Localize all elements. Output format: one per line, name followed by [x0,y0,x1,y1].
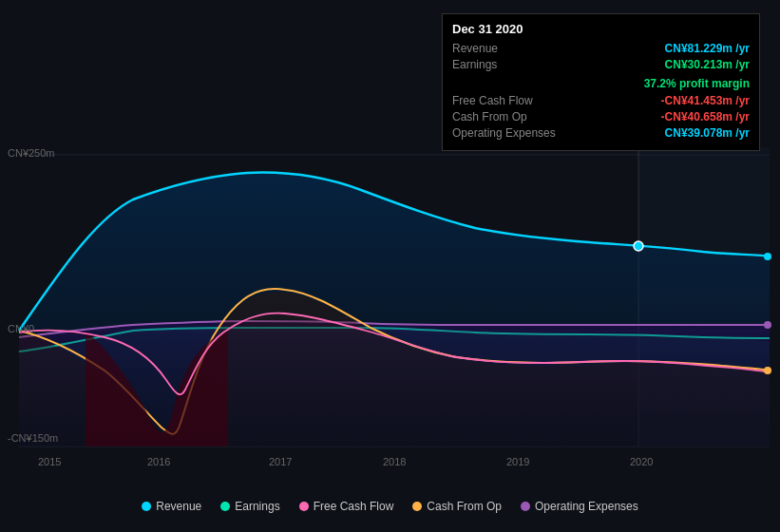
chart-legend: Revenue Earnings Free Cash Flow Cash Fro… [0,492,780,521]
legend-dot-earnings [220,502,230,511]
tooltip-box: Dec 31 2020 Revenue CN¥81.229m /yr Earni… [442,13,760,151]
tooltip-opex-row: Operating Expenses CN¥39.078m /yr [452,126,750,140]
legend-dot-fcf [299,502,309,511]
legend-item-fcf[interactable]: Free Cash Flow [299,500,394,513]
tooltip-date: Dec 31 2020 [452,22,750,36]
y-label-top: CN¥250m [8,147,55,159]
legend-label-earnings: Earnings [235,500,279,513]
tooltip-revenue-row: Revenue CN¥81.229m /yr [452,42,750,55]
svg-point-8 [764,253,771,260]
legend-item-opex[interactable]: Operating Expenses [521,500,638,513]
legend-label-fcf: Free Cash Flow [314,500,394,513]
chart-container: CN¥250m CN¥0 -CN¥150m 2015 2016 2017 201… [0,0,780,532]
legend-label-opex: Operating Expenses [535,500,638,513]
tooltip-fcf-value: -CN¥41.453m /yr [661,94,750,107]
tooltip-earnings-value: CN¥30.213m /yr [665,58,750,71]
tooltip-revenue-label: Revenue [452,42,498,55]
legend-dot-opex [521,502,530,511]
tooltip-opex-value: CN¥39.078m /yr [665,126,750,140]
x-label-2019: 2019 [506,456,529,467]
tooltip-fcf-row: Free Cash Flow -CN¥41.453m /yr [452,94,750,107]
legend-item-cashfromop[interactable]: Cash From Op [412,500,502,513]
legend-dot-cashfromop [412,502,422,511]
x-label-2017: 2017 [269,456,292,467]
legend-label-cashfromop: Cash From Op [427,500,502,513]
tooltip-cashfromop-label: Cash From Op [452,110,527,124]
legend-dot-revenue [142,502,151,511]
tooltip-margin-row: 37.2% profit margin [452,74,750,91]
y-label-mid: CN¥0 [8,323,34,334]
legend-item-revenue[interactable]: Revenue [142,500,201,513]
svg-point-6 [764,367,771,374]
x-label-2015: 2015 [38,456,61,467]
tooltip-earnings-label: Earnings [452,58,497,71]
y-label-bot: -CN¥150m [8,432,58,444]
tooltip-fcf-label: Free Cash Flow [452,94,533,107]
legend-item-earnings[interactable]: Earnings [220,500,279,513]
tooltip-cashfromop-row: Cash From Op -CN¥40.658m /yr [452,110,750,124]
x-label-2020: 2020 [630,456,653,467]
tooltip-opex-label: Operating Expenses [452,126,556,140]
svg-point-7 [764,321,771,329]
svg-point-9 [634,241,643,251]
tooltip-cashfromop-value: -CN¥40.658m /yr [661,110,750,124]
tooltip-earnings-row: Earnings CN¥30.213m /yr [452,58,750,71]
tooltip-revenue-value: CN¥81.229m /yr [665,42,750,55]
x-label-2018: 2018 [383,456,406,467]
x-label-2016: 2016 [147,456,170,467]
legend-label-revenue: Revenue [156,500,201,513]
tooltip-margin-value: 37.2% profit margin [644,77,750,90]
